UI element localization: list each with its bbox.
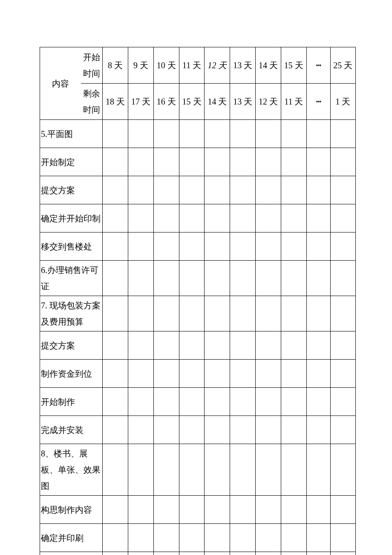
cell (256, 444, 281, 496)
cell (205, 444, 230, 496)
cell (128, 416, 153, 444)
cell (230, 261, 256, 296)
cell (281, 331, 306, 360)
cell (306, 360, 330, 388)
remain-12: 12 天 (256, 84, 281, 120)
table-row: 5.平面图 (40, 120, 356, 148)
cell (256, 496, 281, 524)
cell (230, 120, 256, 148)
cell (205, 204, 230, 232)
cell (330, 232, 355, 261)
cell (103, 552, 128, 555)
cell (103, 296, 128, 331)
cell (103, 524, 128, 552)
cell (153, 524, 179, 552)
cell (179, 120, 205, 148)
day-col-ellipsis-top: ┅ (306, 47, 330, 84)
cell (153, 444, 179, 496)
cell (281, 204, 306, 232)
cell (281, 120, 306, 148)
day-col-10: 10 天 (153, 47, 179, 84)
cell (103, 388, 128, 416)
cell (153, 261, 179, 296)
cell (281, 232, 306, 261)
cell (281, 416, 306, 444)
cell (306, 261, 330, 296)
content-header: 内容 (40, 47, 81, 120)
cell (103, 232, 128, 261)
cell (330, 552, 355, 555)
cell (306, 388, 330, 416)
row-label: 完成并安装 (40, 416, 103, 444)
row-label: 制作资金到位 (40, 360, 103, 388)
cell (230, 444, 256, 496)
day-col-11: 11 天 (179, 47, 205, 84)
remain-13: 13 天 (230, 84, 256, 120)
row-label: 8、楼书、展板、单张、效果图 (40, 444, 103, 496)
cell (230, 388, 256, 416)
cell (153, 232, 179, 261)
cell (230, 204, 256, 232)
cell (281, 296, 306, 331)
cell (330, 176, 355, 204)
row-label: 提交方案 (40, 331, 103, 360)
table-row: 提交方案 (40, 331, 356, 360)
cell (256, 120, 281, 148)
cell (330, 524, 355, 552)
cell (256, 360, 281, 388)
start-time-header: 开始时间 (81, 47, 103, 84)
table-row: 确定并开始印制 (40, 204, 356, 232)
table-row: 开始制定 (40, 148, 356, 176)
day-col-14: 14 天 (256, 47, 281, 84)
cell (128, 331, 153, 360)
cell (128, 232, 153, 261)
day-col-9: 9 天 (128, 47, 153, 84)
cell (230, 148, 256, 176)
cell (205, 176, 230, 204)
cell (230, 232, 256, 261)
table-row: 确定并印刷 (40, 524, 356, 552)
remain-16: 16 天 (153, 84, 179, 120)
cell (306, 331, 330, 360)
cell (153, 331, 179, 360)
cell (230, 360, 256, 388)
row-label: 7. 现场包装方案及费用预算 (40, 296, 103, 331)
cell (256, 524, 281, 552)
cell (153, 148, 179, 176)
cell (179, 204, 205, 232)
cell (103, 416, 128, 444)
cell (230, 496, 256, 524)
cell (281, 388, 306, 416)
cell (128, 360, 153, 388)
day-col-8: 8 天 (103, 47, 128, 84)
cell (256, 204, 281, 232)
cell (103, 261, 128, 296)
cell (179, 232, 205, 261)
cell (256, 176, 281, 204)
cell (179, 261, 205, 296)
row-label: 提交方案 (40, 176, 103, 204)
schedule-table: 内容 开始时间 8 天 9 天 10 天 11 天 12 天 13 天 14 天… (40, 47, 356, 555)
cell (205, 120, 230, 148)
row-label: 移交到售楼处 (40, 552, 103, 555)
cell (256, 552, 281, 555)
cell (205, 360, 230, 388)
cell (205, 496, 230, 524)
table-row: 构思制作内容 (40, 496, 356, 524)
cell (306, 416, 330, 444)
cell (306, 524, 330, 552)
cell (256, 388, 281, 416)
cell (281, 524, 306, 552)
cell (230, 296, 256, 331)
table-row: 8、楼书、展板、单张、效果图 (40, 444, 356, 496)
cell (230, 331, 256, 360)
cell (128, 524, 153, 552)
cell (330, 204, 355, 232)
cell (205, 331, 230, 360)
cell (306, 204, 330, 232)
cell (230, 416, 256, 444)
cell (306, 148, 330, 176)
row-label: 开始制作 (40, 388, 103, 416)
cell (153, 552, 179, 555)
row-label: 移交到售楼处 (40, 232, 103, 261)
